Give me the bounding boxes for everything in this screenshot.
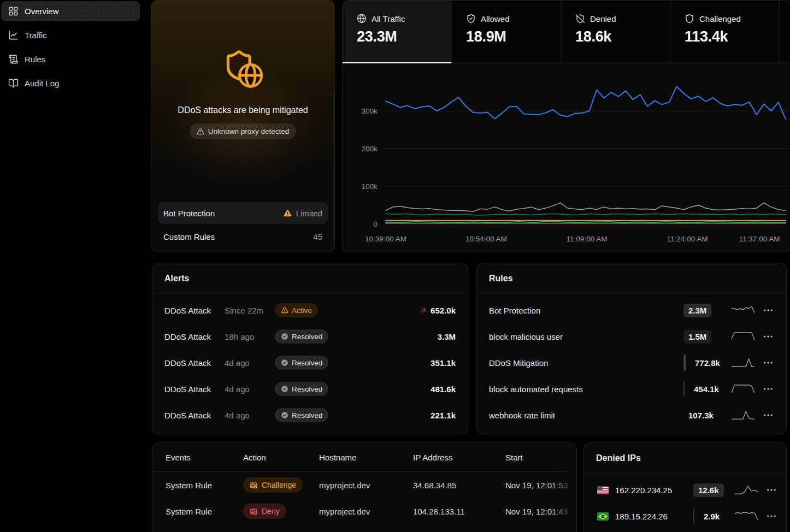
rule-row[interactable]: DDoS Mitigation 772.8k — [477, 350, 786, 376]
action-badge-deny: Deny — [243, 504, 286, 519]
row-menu-button[interactable] — [762, 335, 774, 338]
rule-name: DDoS Mitigation — [489, 358, 683, 368]
tab-value: 18.6k — [575, 28, 670, 45]
events-column-header: Events — [152, 453, 230, 462]
tab-label: Allowed — [481, 14, 510, 23]
sparkline — [730, 409, 756, 422]
svg-text:11:24:00 AM: 11:24:00 AM — [667, 235, 708, 243]
row-menu-button[interactable] — [762, 387, 774, 391]
rule-row[interactable]: Bot Protection 2.3M — [477, 297, 786, 323]
alert-time: 4d ago — [225, 385, 275, 394]
rule-name: Bot Protection — [489, 306, 683, 315]
sparkline — [730, 304, 756, 317]
event-ip: 34.68.34.85 — [400, 481, 492, 490]
arrow-up-right-icon — [419, 306, 427, 315]
status-badge-resolved: Resolved — [275, 356, 328, 370]
sparkline — [730, 382, 756, 395]
check-circle-icon — [281, 333, 288, 340]
denied-ip-row[interactable]: 189.15.224.26 2.9k — [584, 503, 786, 529]
dots-icon — [763, 335, 773, 338]
tab-denied[interactable]: Denied 18.6k — [561, 1, 670, 63]
alert-request-count: 652.0k — [419, 306, 456, 315]
tab-allowed[interactable]: Allowed 18.9M — [452, 1, 561, 63]
denied-ip-row[interactable]: 162.220.234.25 12.6k — [584, 477, 786, 503]
alert-time: 4d ago — [225, 358, 275, 368]
sidebar-item-label: Rules — [25, 55, 45, 64]
proxy-warning-badge: Unknown proxy detected — [190, 123, 297, 139]
tab-label: Denied — [590, 14, 616, 23]
row-menu-button[interactable] — [762, 361, 774, 364]
event-row[interactable]: System Rule Challenge myproject.dev 34.6… — [152, 472, 576, 498]
dots-icon — [763, 309, 773, 312]
event-start-time: Nov 19, 12:01:53 — [492, 481, 576, 490]
check-circle-icon — [281, 385, 288, 393]
warning-icon — [197, 128, 204, 135]
denied-ip-address: 162.220.234.25 — [615, 486, 693, 495]
denied-ip-address: 189.15.224.26 — [615, 512, 693, 521]
rule-row[interactable]: webhook rate limit 107.3k — [477, 402, 786, 428]
bot-protection-row[interactable]: Bot Protection Limited — [158, 202, 328, 224]
tabs-overflow-area — [780, 1, 790, 63]
alert-row[interactable]: DDoS Attack 4d agoResolved 481.6k — [152, 376, 468, 402]
sidebar-item-audit-log[interactable]: Audit Log — [1, 73, 140, 93]
custom-rules-label: Custom Rules — [163, 232, 215, 241]
rule-hit-count: 2.3M — [683, 304, 711, 317]
status-badge-resolved: Resolved — [275, 329, 328, 344]
svg-text:100k: 100k — [362, 182, 378, 191]
event-row[interactable]: System Rule Deny myproject.dev 104.28.13… — [152, 498, 576, 524]
alert-row[interactable]: DDoS Attack 4d agoResolved 221.1k — [152, 402, 468, 428]
alert-time: 18h ago — [225, 332, 275, 341]
sidebar-item-overview[interactable]: Overview — [1, 1, 140, 21]
events-column-header: Start — [492, 453, 576, 462]
alert-time: 4d ago — [225, 411, 275, 420]
tab-challenged[interactable]: Challenged 113.4k — [670, 1, 780, 63]
alert-row[interactable]: DDoS Attack Since 22mActive 652.0k — [152, 297, 468, 323]
traffic-stat-tabs: All Traffic 23.3MAllowed 18.9MDenied 18.… — [343, 1, 790, 63]
br-flag-icon — [597, 512, 609, 521]
rule-name: block automated requests — [489, 385, 683, 394]
alert-request-count: 3.3M — [438, 332, 456, 341]
alert-request-count: 221.1k — [431, 411, 456, 420]
svg-text:0: 0 — [373, 220, 378, 228]
mitigation-title: DDoS attacks are being mitigated — [151, 105, 334, 115]
alert-time: Since 22m — [225, 306, 275, 315]
tab-all-traffic[interactable]: All Traffic 23.3M — [343, 1, 452, 63]
firewall-check-icon — [250, 481, 258, 489]
alert-name: DDoS Attack — [164, 411, 217, 420]
row-menu-button[interactable] — [765, 488, 777, 492]
tab-value: 18.9M — [466, 28, 561, 45]
alert-row[interactable]: DDoS Attack 4d agoResolved 351.1k — [152, 350, 468, 376]
sidebar-item-rules[interactable]: Rules — [1, 49, 140, 69]
event-start-time: Nov 19, 12:01:43 — [492, 507, 576, 516]
bot-protection-status: Limited — [296, 209, 322, 218]
alert-row[interactable]: DDoS Attack 18h agoResolved 3.3M — [152, 323, 468, 350]
rule-row[interactable]: block automated requests 454.1k — [477, 376, 786, 402]
svg-text:200k: 200k — [362, 145, 378, 153]
event-type: System Rule — [152, 507, 230, 516]
scroll-marker — [683, 354, 686, 371]
event-type: System Rule — [152, 481, 230, 490]
firewall-x-icon — [250, 507, 258, 516]
svg-text:10:54:00 AM: 10:54:00 AM — [465, 235, 507, 243]
sidebar-item-traffic[interactable]: Traffic — [1, 25, 140, 45]
us-flag-icon — [597, 486, 609, 494]
denied-ips-title: Denied IPs — [584, 443, 786, 474]
dots-icon — [767, 488, 776, 492]
mitigation-card: DDoS attacks are being mitigated Unknown… — [151, 0, 335, 252]
row-menu-button[interactable] — [762, 413, 774, 417]
rule-row[interactable]: block malicious user 1.5M — [477, 323, 786, 350]
tab-value: 113.4k — [685, 28, 779, 45]
status-badge-resolved: Resolved — [275, 408, 328, 422]
proxy-warning-text: Unknown proxy detected — [208, 127, 290, 135]
rule-hit-count: 107.3k — [683, 409, 718, 422]
rule-name: webhook rate limit — [489, 411, 683, 420]
warn-icon — [281, 306, 288, 314]
shield-off-icon — [575, 14, 585, 23]
sidebar-item-label: Audit Log — [25, 79, 59, 88]
row-menu-button[interactable] — [765, 515, 777, 518]
custom-rules-row[interactable]: Custom Rules 45 — [158, 226, 328, 247]
row-menu-button[interactable] — [762, 309, 774, 312]
status-badge-resolved: Resolved — [275, 382, 328, 396]
firewall-dashboard: OverviewTrafficRulesAudit Log DDoS attac… — [0, 0, 790, 532]
sidebar-item-label: Overview — [25, 7, 59, 16]
